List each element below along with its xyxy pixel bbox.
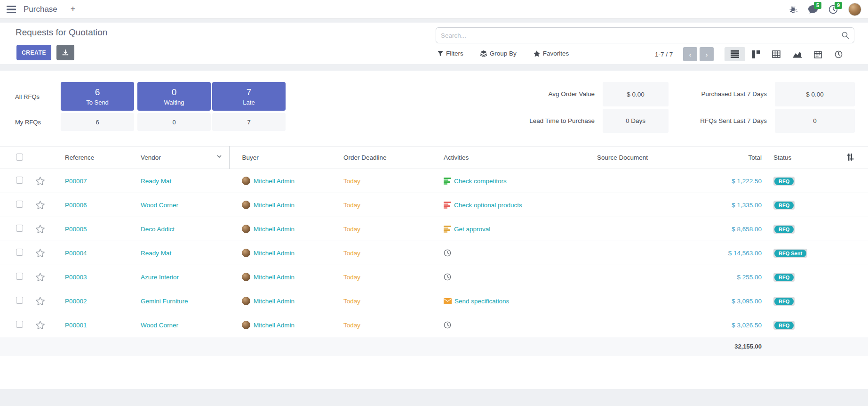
reference-link[interactable]: P00006 xyxy=(65,202,87,209)
hamburger-menu-icon[interactable] xyxy=(7,6,16,13)
favorite-star-icon[interactable] xyxy=(36,225,53,233)
row-checkbox[interactable] xyxy=(16,201,23,208)
clock-icon[interactable] xyxy=(444,249,451,257)
pager-next-button[interactable]: › xyxy=(700,47,714,61)
buyer-link[interactable]: Mitchell Admin xyxy=(254,298,295,305)
table-row[interactable]: P00004 Ready Mat Mitchell Admin Today $ … xyxy=(0,241,868,265)
activity-label[interactable]: Check optional products xyxy=(454,202,522,209)
activity-label[interactable]: Check competitors xyxy=(454,178,507,185)
buyer-link[interactable]: Mitchell Admin xyxy=(254,322,295,329)
header-reference[interactable]: Reference xyxy=(53,146,128,169)
row-checkbox[interactable] xyxy=(16,273,23,280)
buyer-link[interactable]: Mitchell Admin xyxy=(254,274,295,281)
activity-view-icon[interactable] xyxy=(828,47,849,61)
activity-label[interactable]: Send specifications xyxy=(454,298,509,305)
source-document xyxy=(595,169,722,193)
create-button[interactable]: CREATE xyxy=(16,45,51,60)
header-activities[interactable]: Activities xyxy=(440,146,595,169)
table-row[interactable]: P00002 Gemini Furniture Mitchell Admin T… xyxy=(0,289,868,313)
rfq-list-table: Reference Vendor Buyer Order Deadline Ac… xyxy=(0,146,868,356)
favorite-star-icon[interactable] xyxy=(36,297,53,305)
messages-menu[interactable]: 5 xyxy=(808,5,818,14)
vendor-link[interactable]: Gemini Furniture xyxy=(141,298,188,305)
favorite-star-icon[interactable] xyxy=(36,321,53,329)
graph-view-icon[interactable] xyxy=(787,47,807,61)
activity-label[interactable]: Get approval xyxy=(454,226,490,233)
vendor-link[interactable]: Wood Corner xyxy=(141,322,178,329)
buyer-link[interactable]: Mitchell Admin xyxy=(254,250,295,257)
calendar-view-icon[interactable] xyxy=(807,47,828,61)
select-all-checkbox[interactable] xyxy=(16,154,23,161)
new-tab-plus-icon[interactable]: + xyxy=(71,4,76,14)
reference-link[interactable]: P00005 xyxy=(65,226,87,233)
envelope-icon[interactable] xyxy=(444,298,452,304)
pager-previous-button[interactable]: ‹ xyxy=(683,47,697,61)
total-amount: $ 255.00 xyxy=(737,274,762,281)
buyer-link[interactable]: Mitchell Admin xyxy=(254,178,295,185)
tile-waiting[interactable]: 0 Waiting xyxy=(137,82,211,111)
favorite-star-icon[interactable] xyxy=(36,249,53,257)
favorite-star-icon[interactable] xyxy=(36,273,53,281)
group-by-menu[interactable]: Group By xyxy=(480,50,517,57)
buyer-link[interactable]: Mitchell Admin xyxy=(254,202,295,209)
reference-link[interactable]: P00004 xyxy=(65,250,87,257)
table-row[interactable]: P00001 Wood Corner Mitchell Admin Today … xyxy=(0,313,868,337)
row-checkbox[interactable] xyxy=(16,225,23,232)
sort-chevron-down-icon[interactable] xyxy=(217,155,222,158)
search-icon[interactable] xyxy=(842,32,849,39)
tile-my-to-send[interactable]: 6 xyxy=(61,113,134,131)
table-row[interactable]: P00005 Deco Addict Mitchell Admin Today … xyxy=(0,217,868,241)
header-status[interactable]: Status xyxy=(769,146,830,169)
buyer-link[interactable]: Mitchell Admin xyxy=(254,226,295,233)
row-checkbox[interactable] xyxy=(16,177,23,184)
row-checkbox[interactable] xyxy=(16,321,23,328)
row-checkbox[interactable] xyxy=(16,249,23,256)
header-vendor[interactable]: Vendor xyxy=(128,146,229,169)
reference-link[interactable]: P00002 xyxy=(65,298,87,305)
tile-late[interactable]: 7 Late xyxy=(212,82,286,111)
source-document xyxy=(595,217,722,241)
debug-bug-icon[interactable] xyxy=(789,5,797,14)
header-buyer[interactable]: Buyer xyxy=(229,146,334,169)
optional-columns-icon[interactable] xyxy=(846,154,854,161)
tile-to-send[interactable]: 6 To Send xyxy=(61,82,134,111)
table-row[interactable]: P00006 Wood Corner Mitchell Admin Today … xyxy=(0,193,868,217)
clock-icon[interactable] xyxy=(444,273,451,281)
favorite-star-icon[interactable] xyxy=(36,177,53,185)
vendor-link[interactable]: Ready Mat xyxy=(141,178,171,185)
clock-icon[interactable] xyxy=(444,321,451,329)
app-name[interactable]: Purchase xyxy=(24,5,57,14)
reference-link[interactable]: P00001 xyxy=(65,322,87,329)
filters-label: Filters xyxy=(446,50,463,57)
tasks-yellow-icon[interactable] xyxy=(444,226,451,233)
filters-menu[interactable]: Filters xyxy=(438,50,463,57)
header-order-deadline[interactable]: Order Deadline xyxy=(334,146,440,169)
vendor-link[interactable]: Azure Interior xyxy=(141,274,179,281)
row-checkbox[interactable] xyxy=(16,297,23,304)
header-source-document[interactable]: Source Document xyxy=(595,146,722,169)
tasks-red-icon[interactable] xyxy=(444,202,451,209)
table-row[interactable]: P00003 Azure Interior Mitchell Admin Tod… xyxy=(0,265,868,289)
favorites-menu[interactable]: Favorites xyxy=(534,50,569,57)
my-rfqs-label: My RFQs xyxy=(15,119,41,126)
reference-link[interactable]: P00003 xyxy=(65,274,87,281)
header-total[interactable]: Total xyxy=(722,146,769,169)
table-row[interactable]: P00007 Ready Mat Mitchell Admin Today Ch… xyxy=(0,169,868,193)
list-view-icon[interactable] xyxy=(725,47,745,61)
kanban-view-icon[interactable] xyxy=(745,47,766,61)
vendor-link[interactable]: Ready Mat xyxy=(141,250,171,257)
tile-my-late[interactable]: 7 xyxy=(212,113,286,131)
user-avatar[interactable] xyxy=(848,3,861,16)
search-input[interactable] xyxy=(441,32,842,39)
all-rfqs-label: All RFQs xyxy=(15,93,40,100)
activities-menu[interactable]: 9 xyxy=(828,5,838,14)
reference-link[interactable]: P00007 xyxy=(65,178,87,185)
export-button[interactable] xyxy=(56,45,74,60)
status-badge: RFQ xyxy=(774,178,794,185)
pivot-view-icon[interactable] xyxy=(766,47,787,61)
tile-my-waiting[interactable]: 0 xyxy=(137,113,211,131)
favorite-star-icon[interactable] xyxy=(36,201,53,209)
tasks-green-icon[interactable] xyxy=(444,178,451,185)
vendor-link[interactable]: Deco Addict xyxy=(141,226,175,233)
vendor-link[interactable]: Wood Corner xyxy=(141,202,178,209)
